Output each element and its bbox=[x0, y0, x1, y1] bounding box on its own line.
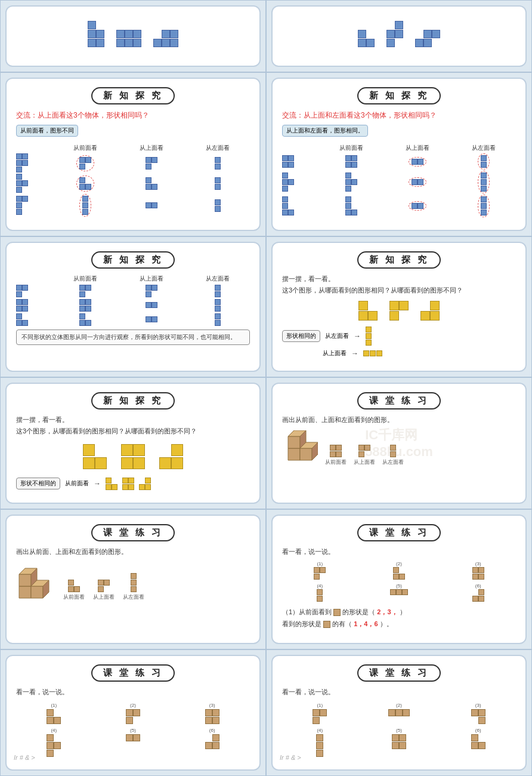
fv3-1 bbox=[53, 284, 118, 297]
left-face-row: 形状相同的 从左面看 → bbox=[282, 327, 516, 346]
prompt-5-1: 画出从前面、上面和左面看到的图形。 bbox=[16, 547, 250, 556]
oval-1 bbox=[76, 155, 94, 171]
fv3-3 bbox=[53, 313, 118, 326]
same-label: 形状相同的 bbox=[282, 330, 320, 342]
lv2 bbox=[451, 171, 516, 193]
grid-item-1: (1) bbox=[282, 561, 358, 580]
title-6-1: 课 堂 练 习 bbox=[91, 664, 175, 682]
ov2 bbox=[409, 177, 426, 187]
col-h-left-2: 从左面看 bbox=[451, 144, 516, 152]
svg-marker-12 bbox=[31, 586, 43, 598]
color-box-1 bbox=[333, 609, 341, 616]
title-area-6-2: 课 堂 练 习 bbox=[282, 664, 516, 682]
card-1-2 bbox=[271, 5, 527, 67]
prompt-5-2: 看一看，说一说。 bbox=[282, 547, 516, 556]
tl-2: 从上面看 bbox=[93, 593, 115, 601]
title-area-5-1: 课 堂 练 习 bbox=[16, 524, 250, 541]
title-area-2-1: 新 知 探 究 bbox=[16, 87, 250, 104]
s3-2 bbox=[16, 299, 52, 312]
item-label-6: (6) bbox=[475, 583, 481, 589]
svg-marker-6 bbox=[300, 448, 312, 460]
diff-shape-1 bbox=[106, 478, 117, 490]
title-3-2: 新 知 探 究 bbox=[357, 251, 441, 269]
shape-row-1 bbox=[16, 153, 52, 173]
front-view-3 bbox=[53, 194, 118, 217]
prompt-4-2: 画出从前面、上面和左面看到的图形。 bbox=[282, 415, 516, 424]
y-shape-2 bbox=[389, 301, 409, 321]
views-table-2-2: 从前面看 从上面看 从左面看 bbox=[282, 144, 516, 217]
front-view-2 bbox=[53, 175, 118, 192]
lv3 bbox=[451, 195, 516, 217]
ll-2: 从左面看 bbox=[123, 593, 144, 601]
title-5-1: 课 堂 练 习 bbox=[91, 524, 175, 541]
left-result-shape bbox=[366, 327, 372, 346]
cell-1-1 bbox=[0, 0, 266, 72]
shape-2 bbox=[116, 30, 141, 47]
col-h-front-3: 从前面看 bbox=[53, 275, 118, 283]
card-3-2: 新 知 探 究 摆一摆，看一看。 这3个图形，从哪面看到的图形相同？从哪面看到的… bbox=[271, 242, 527, 371]
lv1 bbox=[451, 153, 516, 170]
title-2-1: 新 知 探 究 bbox=[91, 87, 175, 104]
bubble-2-2: 从上面和左面看，图形相同。 bbox=[282, 125, 368, 137]
fv1 bbox=[319, 155, 384, 168]
cell-5-2: 课 堂 练 习 看一看，说一说。 (1) (2) (3) bbox=[266, 509, 532, 649]
tv3-3 bbox=[119, 313, 184, 326]
gi62-5: (5) bbox=[361, 728, 437, 757]
q2-text3: ）。 bbox=[380, 620, 393, 627]
item-label-4: (4) bbox=[317, 583, 323, 589]
y-shape-1 bbox=[358, 301, 378, 321]
gi62-4: (4) bbox=[282, 728, 358, 757]
title-4-1: 新 知 探 究 bbox=[91, 392, 175, 409]
front-label-tan: 从前面看 bbox=[325, 458, 347, 466]
bubble-2-1: 从前面看，图形不同 bbox=[16, 125, 78, 137]
col-h-top-2: 从上面看 bbox=[385, 144, 450, 152]
left-view-1 bbox=[185, 156, 250, 170]
tan-3d-svg bbox=[282, 430, 318, 466]
title-area-6-1: 课 堂 练 习 bbox=[16, 664, 250, 682]
tan-shapes-2: 从前面看 从上面看 从左面看 bbox=[16, 562, 250, 601]
gi61-6: (6) bbox=[174, 728, 250, 757]
cell-6-1: 课 堂 练 习 看一看，说一说。 (1) (2) (3) bbox=[0, 649, 266, 776]
tv-tan-2: 从上面看 bbox=[93, 580, 115, 601]
yellow-shapes-2 bbox=[16, 444, 250, 469]
tan-3d-svg-2 bbox=[16, 562, 55, 601]
card-1-1 bbox=[5, 5, 261, 67]
tan-3d-2 bbox=[16, 562, 55, 601]
shape-6 bbox=[415, 30, 440, 47]
grid-item-3: (3) bbox=[440, 561, 516, 580]
ys-3 bbox=[159, 444, 183, 469]
ov3b bbox=[478, 195, 490, 217]
title-4-2: 课 堂 练 习 bbox=[357, 392, 441, 409]
card-5-1: 课 堂 练 习 画出从前面、上面和左面看到的图形。 bbox=[5, 515, 261, 644]
title-area-5-2: 课 堂 练 习 bbox=[282, 524, 516, 541]
title-area-4-2: 课 堂 练 习 bbox=[282, 392, 516, 409]
prompt-2-2: 交流：从上面和左面看这3个物体，形状相同吗？ bbox=[282, 110, 516, 121]
prompt-6-2: 看一看，说一说。 bbox=[282, 688, 516, 697]
ys-2 bbox=[121, 444, 145, 469]
shape-row-2 bbox=[16, 174, 52, 193]
title-2-2: 新 知 探 究 bbox=[357, 87, 441, 104]
top-view-2 bbox=[119, 177, 184, 190]
cell-5-1: 课 堂 练 习 画出从前面、上面和左面看到的图形。 bbox=[0, 509, 266, 649]
prompt-2-1: 交流：从上面看这3个物体，形状相同吗？ bbox=[16, 110, 250, 121]
item-label-1: (1) bbox=[317, 561, 323, 566]
cell-4-1: 新 知 探 究 摆一摆，看一看。 这3个图形，从哪面看到的图形相同？从哪面看到的… bbox=[0, 377, 266, 509]
ov3 bbox=[409, 201, 426, 211]
oval-3 bbox=[79, 194, 91, 217]
front-view-tan: 从前面看 bbox=[325, 445, 347, 466]
result-area: 形状相同的 从左面看 → 从上面看 → bbox=[282, 327, 516, 358]
views-table-3-1: 从前面看 从上面看 从左面看 bbox=[16, 275, 250, 326]
ov1 bbox=[409, 157, 426, 167]
prompt-6-1: 看一看，说一说。 bbox=[16, 688, 250, 697]
lv3-3 bbox=[185, 313, 250, 326]
cell-1-2 bbox=[266, 0, 532, 72]
yellow-shapes bbox=[282, 301, 516, 321]
card-6-1: 课 堂 练 习 看一看，说一说。 (1) (2) (3) bbox=[5, 655, 261, 771]
shape-r2 bbox=[282, 173, 318, 192]
card-6-2: 课 堂 练 习 看一看，说一说。 (1) (2) (3) bbox=[271, 655, 527, 771]
oval-2 bbox=[76, 175, 94, 192]
tv3-1 bbox=[119, 284, 184, 297]
front-view-1 bbox=[53, 155, 118, 171]
col-header-left-1: 从左面看 bbox=[185, 144, 250, 152]
fv2 bbox=[319, 173, 384, 192]
